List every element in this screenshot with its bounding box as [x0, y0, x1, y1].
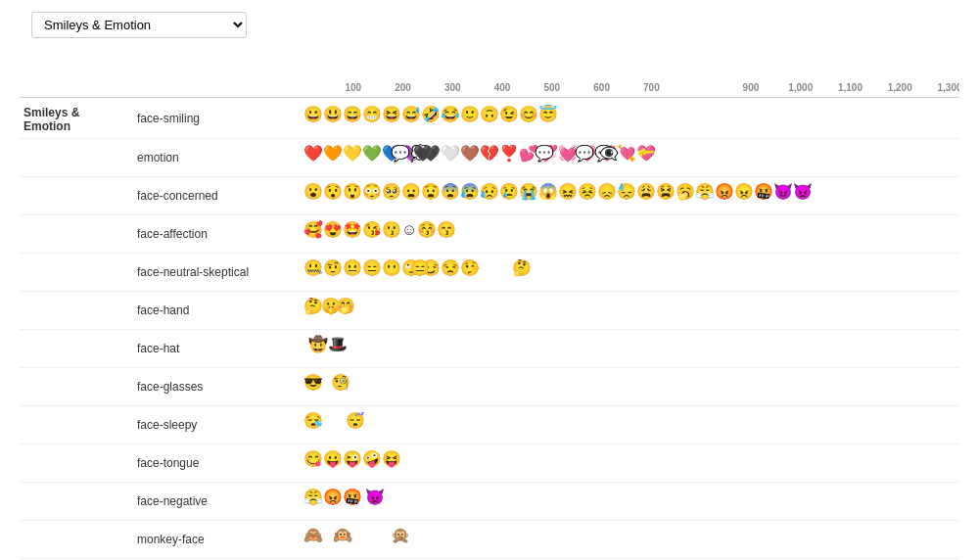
td-bar: 😪😴 [303, 406, 959, 444]
emoji-table: 1002003004005006007009001,0001,1001,2001… [20, 62, 959, 560]
td-bar: 🤐🤨😐😑😶🙄😏😒🤥😑🤔 [303, 254, 959, 292]
td-category [20, 330, 137, 368]
axis-tick: 900 [743, 82, 760, 93]
td-category: Smileys &Emotion [20, 98, 137, 139]
axis-tick: 300 [444, 82, 461, 93]
axis-tick: 1,100 [838, 82, 862, 93]
emoji-cluster: 😀😃😄😁😆😅🤣😂🙂🙃😉😊😇 [303, 107, 558, 122]
emoji-cluster: 🙊 [391, 528, 410, 543]
category-dropdown[interactable]: Smileys & EmotionPeople & BodyAnimals & … [31, 12, 247, 38]
axis-tick: 400 [494, 82, 511, 93]
td-bar: 🤠🎩 [303, 330, 959, 368]
table-row: face-hand🤔🤫🤭 [20, 292, 959, 330]
col-header-axis: 1002003004005006007009001,0001,1001,2001… [303, 62, 959, 98]
td-category [20, 139, 137, 177]
td-subcategory: face-hand [137, 292, 303, 330]
axis-tick: 700 [643, 82, 660, 93]
td-bar: 🤔🤫🤭 [303, 292, 959, 330]
axis-tick: 1,200 [888, 82, 912, 93]
emoji-cluster: 🎩 [328, 337, 348, 352]
td-category [20, 177, 137, 215]
td-subcategory: face-hat [137, 330, 303, 368]
td-subcategory: face-tongue [137, 444, 303, 483]
table-row: emotion❤️🧡💛💚💙💜🖤🤍🤎💔❣️💕💞💓💗💖💘💝💬💭🖤💬💬💬👁️‍🗨️ [20, 139, 959, 177]
emoji-cluster: 🤭 [336, 299, 355, 314]
td-subcategory: face-concerned [137, 177, 303, 215]
emoji-cluster: 😋😛😜🤪😝 [303, 451, 401, 467]
axis-tick: 200 [395, 82, 411, 93]
emoji-cluster: 💬 [535, 146, 554, 162]
axis-tick: 500 [544, 82, 561, 93]
table-row: monkey-face🙈🙉🙊 [20, 521, 959, 559]
table-row: face-hat🤠🎩 [20, 330, 959, 368]
col-header-category [20, 62, 137, 98]
emoji-cluster: 🥰😍🤩😘😗☺️😚😙 [303, 222, 456, 238]
axis-tick: 1,300 [937, 82, 959, 93]
td-subcategory: face-glasses [137, 368, 303, 406]
td-bar: 🙈🙉🙊 [303, 521, 959, 559]
table-row: Smileys &Emotionface-smiling😀😃😄😁😆😅🤣😂🙂🙃😉😊… [20, 98, 959, 139]
emoji-cluster: 🤐🤨😐😑😶🙄😏😒🤥 [303, 260, 480, 276]
top-bar: Smileys & EmotionPeople & BodyAnimals & … [20, 12, 959, 38]
td-category [20, 254, 137, 292]
emoji-cluster: 😮😯😲😳🥺😦😧😨😰😥😢😭😱😖😣😞😓😩😫🥱😤😡😠🤬😈👿 [303, 184, 813, 200]
td-category [20, 483, 137, 521]
td-category [20, 444, 137, 483]
chart-area: 1002003004005006007009001,0001,1001,2001… [20, 62, 959, 560]
table-row: face-sleepy😪😴 [20, 406, 959, 444]
emoji-cluster: 😪 [303, 413, 323, 429]
emoji-cluster: 🤔 [512, 260, 532, 276]
table-row: face-negative😤😡🤬👿 [20, 483, 959, 521]
col-header-subcategory [137, 62, 303, 98]
emoji-cluster: 😑 [410, 260, 430, 276]
emoji-cluster: 🤠 [308, 337, 328, 352]
td-category [20, 215, 137, 254]
emoji-cluster: 😎 [303, 375, 323, 391]
td-bar: 😮😯😲😳🥺😦😧😨😰😥😢😭😱😖😣😞😓😩😫🥱😤😡😠🤬😈👿 [303, 177, 959, 215]
table-row: face-glasses😎🧐 [20, 368, 959, 406]
td-subcategory: face-neutral-skeptical [137, 254, 303, 292]
td-category [20, 292, 137, 330]
emoji-cluster: 🙈 [303, 528, 323, 543]
axis-header: 1002003004005006007009001,0001,1001,2001… [303, 66, 950, 93]
emoji-cluster: 😤😡🤬 [303, 490, 362, 505]
emoji-cluster: 🧐 [331, 375, 350, 391]
td-bar: 😀😃😄😁😆😅🤣😂🙂🙃😉😊😇 [303, 98, 959, 139]
td-category [20, 368, 137, 406]
td-category [20, 521, 137, 559]
td-bar: 😤😡🤬👿 [303, 483, 959, 521]
emoji-cluster: 👁️‍🗨️ [599, 146, 619, 162]
td-subcategory: monkey-face [137, 521, 303, 559]
td-subcategory: face-sleepy [137, 406, 303, 444]
td-category [20, 406, 137, 444]
emoji-cluster: 👿 [365, 490, 385, 505]
td-subcategory: emotion [137, 139, 303, 177]
td-bar: 😎🧐 [303, 368, 959, 406]
axis-tick: 100 [345, 82, 361, 93]
td-bar: ❤️🧡💛💚💙💜🖤🤍🤎💔❣️💕💞💓💗💖💘💝💬💭🖤💬💬💬👁️‍🗨️ [303, 139, 959, 177]
emoji-cluster: 🙉 [333, 528, 352, 543]
td-bar: 😋😛😜🤪😝 [303, 444, 959, 483]
axis-tick: 1,000 [788, 82, 813, 93]
td-subcategory: face-smiling [137, 98, 303, 139]
axis-tick: 600 [593, 82, 610, 93]
table-row: face-concerned😮😯😲😳🥺😦😧😨😰😥😢😭😱😖😣😞😓😩😫🥱😤😡😠🤬😈👿 [20, 177, 959, 215]
table-row: face-tongue😋😛😜🤪😝 [20, 444, 959, 483]
table-row: face-neutral-skeptical🤐🤨😐😑😶🙄😏😒🤥😑🤔 [20, 254, 959, 292]
td-bar: 🥰😍🤩😘😗☺️😚😙 [303, 215, 959, 254]
td-subcategory: face-affection [137, 215, 303, 254]
emoji-cluster: 🖤 [413, 146, 433, 162]
table-row: face-affection🥰😍🤩😘😗☺️😚😙 [20, 215, 959, 254]
emoji-cluster: 😴 [346, 413, 365, 429]
td-subcategory: face-negative [137, 483, 303, 521]
